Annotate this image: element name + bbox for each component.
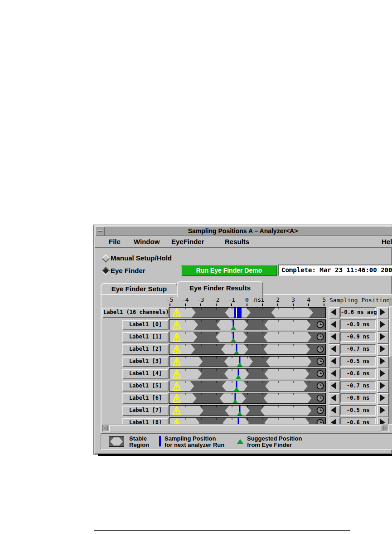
increment-sampling-button[interactable] xyxy=(377,307,389,319)
menu-eyefinder[interactable]: EyeFinder xyxy=(171,238,204,245)
sampling-position-marker[interactable] xyxy=(237,418,239,424)
increment-sampling-button[interactable] xyxy=(377,393,389,405)
vertical-scrollbar[interactable] xyxy=(389,299,392,425)
run-eye-finder-button[interactable]: Run Eye Finder Demo xyxy=(181,265,277,276)
decrement-sampling-button[interactable] xyxy=(329,393,340,405)
strip-tick-mark xyxy=(263,308,263,309)
increment-sampling-button[interactable] xyxy=(377,356,389,368)
increment-sampling-button[interactable] xyxy=(377,381,389,393)
strip-tick-mark xyxy=(247,308,248,309)
strip-tick-mark xyxy=(309,357,310,358)
sampling-value-field[interactable]: -0.9 ns xyxy=(340,319,376,330)
axis-tick-label: 4 xyxy=(307,296,310,303)
channel-label-button[interactable]: Label1 [3] xyxy=(122,357,169,367)
decrement-sampling-button[interactable] xyxy=(329,368,340,381)
strip-tick-mark xyxy=(232,308,232,309)
suggested-position-marker xyxy=(234,387,239,391)
warning-icon xyxy=(173,394,181,403)
horizontal-scrollbar[interactable] xyxy=(102,425,389,432)
strip-tick-mark xyxy=(185,418,186,420)
channel-label-button[interactable]: Label1 [1] xyxy=(122,332,169,343)
eye-diagram-strip[interactable] xyxy=(169,307,326,318)
decrement-sampling-button[interactable] xyxy=(329,319,340,332)
strip-tick-mark xyxy=(185,381,186,383)
channel-label-button[interactable]: Label1 [7] xyxy=(122,406,169,416)
horizontal-scrollbar-thumb[interactable] xyxy=(109,425,382,431)
eye-diagram-strip[interactable] xyxy=(169,332,326,343)
titlebar[interactable]: Sampling Positions A – Analyzer<A> xyxy=(95,226,391,236)
sampling-value-field[interactable]: -0.7 ns xyxy=(340,381,376,391)
sampling-value-field[interactable]: -0.6 ns avg xyxy=(340,307,376,318)
increment-sampling-button[interactable] xyxy=(377,368,389,381)
page-background: Sampling Positions A – Analyzer<A> File … xyxy=(0,0,392,534)
decrement-sampling-button[interactable] xyxy=(329,356,340,368)
channel-label-button[interactable]: Label1 [2] xyxy=(122,344,169,355)
increment-sampling-button[interactable] xyxy=(377,332,389,344)
maximize-button[interactable] xyxy=(385,226,392,236)
increment-sampling-button[interactable] xyxy=(377,417,389,424)
menu-results[interactable]: Results xyxy=(225,238,249,245)
legend-sampling-line2: for next analyzer Run xyxy=(165,441,224,448)
channel-label-button[interactable]: Label1 [8] xyxy=(122,418,169,424)
sampling-value-field[interactable]: -0.6 ns xyxy=(340,417,376,424)
clock-icon xyxy=(316,370,324,377)
strip-tick-mark xyxy=(278,320,279,322)
eye-diagram-strip[interactable] xyxy=(169,405,326,416)
scroll-right-icon[interactable] xyxy=(384,426,388,430)
menu-file[interactable]: File xyxy=(109,238,121,245)
increment-sampling-button[interactable] xyxy=(377,344,389,356)
strip-tick-mark xyxy=(247,344,248,346)
tab-eye-finder-results[interactable]: Eye Finder Results xyxy=(177,281,263,298)
stable-region xyxy=(264,332,312,342)
strip-tick-mark xyxy=(309,308,310,309)
channel-row: Label1 [4]-0.6 ns xyxy=(102,368,392,380)
strip-tick-mark xyxy=(247,381,248,383)
increment-sampling-button[interactable] xyxy=(377,405,389,417)
sampling-value-field[interactable]: -0.5 ns xyxy=(340,356,376,367)
sampling-value-field[interactable]: -0.5 ns xyxy=(340,405,376,416)
axis-tick-mark xyxy=(293,304,294,306)
sampling-value-field[interactable]: -0.8 ns xyxy=(340,393,376,403)
strip-tick-mark xyxy=(232,357,232,358)
legend-stable-line1: Stable xyxy=(129,435,147,442)
clock-icon xyxy=(316,394,324,402)
channel-label-button[interactable]: Label1 (16 channels) xyxy=(102,308,169,318)
axis-tick-mark xyxy=(262,304,263,306)
strip-tick-mark xyxy=(185,344,186,346)
strip-tick-mark xyxy=(216,406,217,407)
decrement-sampling-button[interactable] xyxy=(329,332,340,344)
eye-diagram-strip[interactable] xyxy=(169,319,326,330)
suggested-position-marker xyxy=(234,350,239,354)
channel-label-button[interactable]: Label1 [0] xyxy=(122,320,169,330)
vertical-scrollbar-thumb[interactable] xyxy=(389,306,392,357)
sampling-value-field[interactable]: -0.6 ns xyxy=(340,368,376,379)
eye-diagram-strip[interactable] xyxy=(169,356,326,367)
menu-window[interactable]: Window xyxy=(134,238,160,245)
eye-diagram-strip[interactable] xyxy=(169,381,326,392)
right-arrow-icon xyxy=(380,370,385,377)
sampling-value-field[interactable]: -0.7 ns xyxy=(340,344,376,354)
eye-diagram-strip[interactable] xyxy=(169,393,326,404)
decrement-sampling-button[interactable] xyxy=(329,344,340,356)
decrement-sampling-button[interactable] xyxy=(329,381,340,393)
eye-diagram-strip[interactable] xyxy=(169,344,326,355)
strip-tick-mark xyxy=(201,406,201,407)
sampling-value-field[interactable]: -0.9 ns xyxy=(340,332,376,342)
channel-label-button[interactable]: Label1 [4] xyxy=(122,369,169,379)
radio-diamond-selected-icon[interactable] xyxy=(102,267,110,275)
axis-tick-mark xyxy=(169,304,170,306)
channel-label-button[interactable]: Label1 [5] xyxy=(122,381,169,392)
channel-label-button[interactable]: Label1 [6] xyxy=(122,393,169,404)
eye-diagram-strip[interactable] xyxy=(169,417,326,424)
scroll-left-icon[interactable] xyxy=(103,426,107,430)
radio-diamond-icon[interactable] xyxy=(102,254,110,262)
decrement-sampling-button[interactable] xyxy=(329,417,340,424)
decrement-sampling-button[interactable] xyxy=(329,405,340,417)
strip-tick-mark xyxy=(185,332,186,334)
decrement-sampling-button[interactable] xyxy=(329,307,340,319)
left-arrow-icon xyxy=(331,382,336,389)
eye-diagram-strip[interactable] xyxy=(169,368,326,379)
menu-help[interactable]: Help xyxy=(382,238,392,245)
increment-sampling-button[interactable] xyxy=(377,319,389,332)
strip-tick-mark xyxy=(232,320,232,322)
